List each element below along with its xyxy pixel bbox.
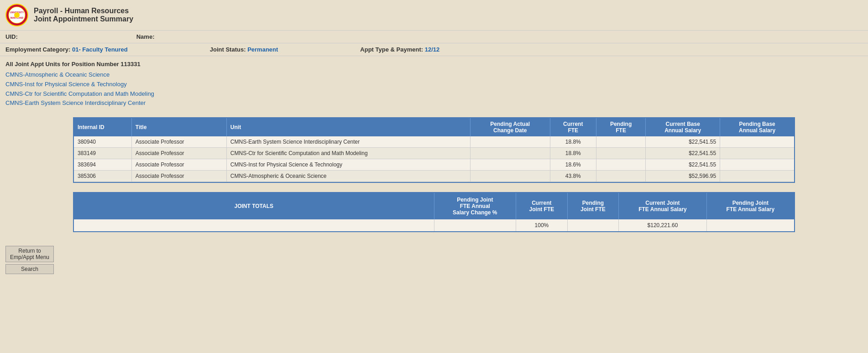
totals-table-body: 100% $120,221.60 (74, 219, 794, 231)
cell-pending-actual-change-date (470, 159, 550, 171)
totals-col-label: JOINT TOTALS (74, 193, 434, 219)
cell-pending-actual-change-date (470, 171, 550, 182)
cell-internal-id: 380940 (74, 136, 131, 148)
cell-unit: CMNS-Inst for Physical Science & Technol… (226, 159, 470, 171)
cell-internal-id: 385306 (74, 171, 131, 182)
cell-current-fte: 18.8% (550, 148, 596, 159)
cell-current-fte: 18.6% (550, 159, 596, 171)
totals-table-container: JOINT TOTALS Pending JointFTE AnnualSala… (73, 192, 795, 232)
totals-pending-joint-fte-cell (567, 219, 619, 231)
header-title-line2: Joint Appointment Summary (34, 15, 133, 23)
joint-units-list: CMNS-Atmospheric & Oceanic Science CMNS-… (5, 70, 863, 108)
main-table: Internal ID Title Unit Pending ActualCha… (74, 118, 794, 182)
totals-col-current-joint-fte: CurrentJoint FTE (516, 193, 568, 219)
appt-type-label: Appt Type & Payment: (360, 46, 423, 53)
totals-current-joint-fte-cell: 100% (516, 219, 568, 231)
uid-label: UID: (5, 33, 18, 40)
col-current-fte: CurrentFTE (550, 118, 596, 136)
cell-title: Associate Professor (131, 148, 226, 159)
table-header-row: Internal ID Title Unit Pending ActualCha… (74, 118, 794, 136)
cell-unit: CMNS-Earth System Science Interdisciplin… (226, 136, 470, 148)
totals-header-row: JOINT TOTALS Pending JointFTE AnnualSala… (74, 193, 794, 219)
cell-pending-actual-change-date (470, 148, 550, 159)
buttons-row: Return to Emp/Appt Menu Search (0, 241, 59, 279)
cell-unit: CMNS-Ctr for Scientific Computation and … (226, 148, 470, 159)
col-unit: Unit (226, 118, 470, 136)
employment-category-field: Employment Category: 01- Faculty Tenured (5, 46, 128, 53)
cell-current-base-annual-salary: $52,596.95 (646, 171, 720, 182)
header-title: Payroll - Human Resources Joint Appointm… (34, 7, 133, 23)
cell-current-fte: 18.8% (550, 136, 596, 148)
totals-pending-joint-fte-annual-salary-cell (706, 219, 794, 231)
table-row: 385306 Associate Professor CMNS-Atmosphe… (74, 171, 794, 182)
cell-internal-id: 383694 (74, 159, 131, 171)
appt-type-field: Appt Type & Payment: 12/12 (360, 46, 439, 53)
header: UNIVERSITY OF MARYLAND Payroll - Human R… (0, 0, 868, 31)
joint-status-value[interactable]: Permanent (247, 46, 278, 53)
cell-pending-fte (596, 171, 646, 182)
search-button[interactable]: Search (5, 264, 54, 274)
uid-name-row: UID: Name: (0, 31, 868, 43)
joint-appt-units: All Joint Appt Units for Position Number… (0, 56, 868, 113)
col-pending-fte: PendingFTE (596, 118, 646, 136)
return-to-emp-appt-menu-button[interactable]: Return to Emp/Appt Menu (5, 246, 54, 262)
main-table-body: 380940 Associate Professor CMNS-Earth Sy… (74, 136, 794, 182)
cell-title: Associate Professor (131, 159, 226, 171)
cell-unit: CMNS-Atmospheric & Oceanic Science (226, 171, 470, 182)
cell-current-base-annual-salary: $22,541.55 (646, 159, 720, 171)
table-row: 383149 Associate Professor CMNS-Ctr for … (74, 148, 794, 159)
col-title: Title (131, 118, 226, 136)
name-label: Name: (136, 33, 155, 40)
joint-status-field: Joint Status: Permanent (210, 46, 278, 53)
cell-pending-fte (596, 148, 646, 159)
joint-status-label: Joint Status: (210, 46, 246, 53)
cell-internal-id: 383149 (74, 148, 131, 159)
joint-unit-link-1[interactable]: CMNS-Inst for Physical Science & Technol… (5, 80, 863, 89)
joint-unit-link-3[interactable]: CMNS-Earth System Science Interdisciplin… (5, 99, 863, 108)
employment-category-value[interactable]: 01- Faculty Tenured (72, 46, 128, 53)
cell-current-fte: 43.8% (550, 171, 596, 182)
totals-data-row: 100% $120,221.60 (74, 219, 794, 231)
cell-pending-base-annual-salary (720, 159, 794, 171)
cell-pending-base-annual-salary (720, 148, 794, 159)
totals-col-pending-joint-fte-annual-salary: Pending JointFTE Annual Salary (706, 193, 794, 219)
totals-label-cell (74, 219, 434, 231)
joint-unit-link-2[interactable]: CMNS-Ctr for Scientific Computation and … (5, 89, 863, 99)
cell-pending-actual-change-date (470, 136, 550, 148)
cell-current-base-annual-salary: $22,541.55 (646, 136, 720, 148)
col-internal-id: Internal ID (74, 118, 131, 136)
main-table-container: Internal ID Title Unit Pending ActualCha… (73, 117, 795, 183)
appt-type-value[interactable]: 12/12 (425, 46, 440, 53)
totals-col-pending-joint-fte: PendingJoint FTE (567, 193, 619, 219)
cell-pending-fte (596, 159, 646, 171)
employment-row: Employment Category: 01- Faculty Tenured… (0, 43, 868, 56)
cell-pending-base-annual-salary (720, 171, 794, 182)
col-current-base-annual-salary: Current BaseAnnual Salary (646, 118, 720, 136)
totals-current-joint-fte-annual-cell: $120,221.60 (619, 219, 707, 231)
uid-field: UID: (5, 33, 18, 40)
table-row: 383694 Associate Professor CMNS-Inst for… (74, 159, 794, 171)
cell-title: Associate Professor (131, 171, 226, 182)
svg-point-5 (14, 12, 20, 18)
cell-current-base-annual-salary: $22,541.55 (646, 148, 720, 159)
joint-units-title: All Joint Appt Units for Position Number… (5, 61, 863, 67)
cell-pending-base-annual-salary (720, 136, 794, 148)
university-logo: UNIVERSITY OF MARYLAND (5, 4, 28, 26)
totals-table: JOINT TOTALS Pending JointFTE AnnualSala… (74, 193, 794, 231)
cell-title: Associate Professor (131, 136, 226, 148)
cell-pending-fte (596, 136, 646, 148)
employment-category-label: Employment Category: (5, 46, 70, 53)
totals-pending-joint-fte-annual-cell (434, 219, 516, 231)
col-pending-base-annual-salary: Pending BaseAnnual Salary (720, 118, 794, 136)
joint-unit-link-0[interactable]: CMNS-Atmospheric & Oceanic Science (5, 70, 863, 80)
name-field: Name: (136, 33, 155, 40)
totals-col-current-joint-fte-annual: Current JointFTE Annual Salary (619, 193, 707, 219)
table-row: 380940 Associate Professor CMNS-Earth Sy… (74, 136, 794, 148)
totals-col-pending-joint-fte-annual: Pending JointFTE AnnualSalary Change % (434, 193, 516, 219)
header-title-line1: Payroll - Human Resources (34, 7, 133, 15)
col-pending-actual-change-date: Pending ActualChange Date (470, 118, 550, 136)
